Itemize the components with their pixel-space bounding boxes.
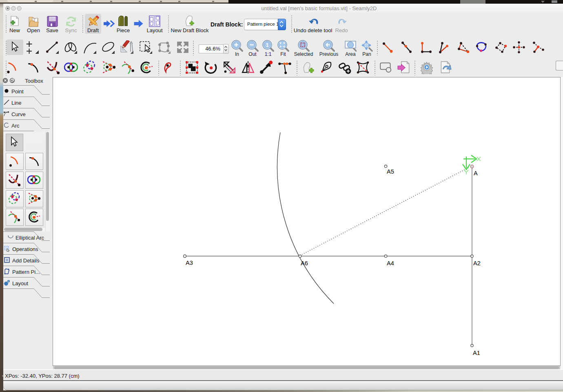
svg-text:A4: A4	[387, 260, 394, 266]
svg-text:A2: A2	[473, 260, 481, 266]
svg-text:A5: A5	[387, 168, 394, 175]
svg-text:A6: A6	[301, 260, 308, 266]
svg-text:1: 1	[266, 42, 269, 48]
svg-text:A: A	[474, 170, 478, 176]
svg-text:A1: A1	[473, 350, 480, 356]
svg-text:A3: A3	[186, 260, 193, 266]
